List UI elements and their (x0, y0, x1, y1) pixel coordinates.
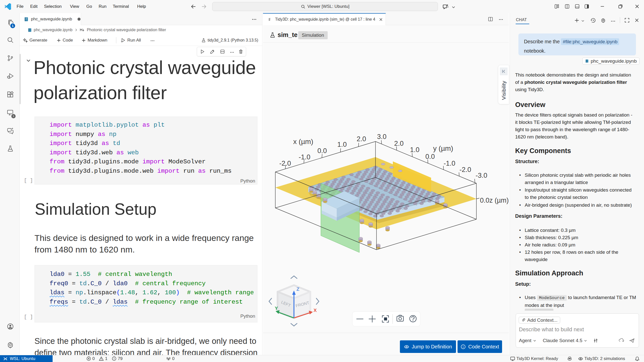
svg-text:-1.0: -1.0 (299, 153, 311, 161)
svg-text:2.0: 2.0 (394, 140, 404, 147)
svg-text:1.0: 1.0 (337, 141, 347, 148)
svg-text:-1.0: -1.0 (444, 160, 456, 167)
svg-text:-3.0: -3.0 (476, 172, 487, 179)
svg-text:2.0: 2.0 (357, 135, 366, 143)
svg-text:1.0: 1.0 (410, 146, 420, 154)
svg-text:0.0: 0.0 (425, 153, 435, 160)
svg-text:-2.0: -2.0 (460, 166, 471, 173)
svg-text:y (µm): y (µm) (433, 144, 453, 152)
svg-text:0.0z (µm): 0.0z (µm) (480, 197, 509, 204)
svg-text:0.0: 0.0 (317, 147, 327, 155)
svg-text:-2.0: -2.0 (279, 160, 291, 167)
svg-text:x (µm): x (µm) (293, 138, 313, 146)
svg-text:X: X (314, 308, 317, 313)
svg-text:Z: Z (296, 286, 299, 292)
svg-text:3.0: 3.0 (377, 133, 387, 140)
svg-text:Y: Y (275, 306, 278, 311)
